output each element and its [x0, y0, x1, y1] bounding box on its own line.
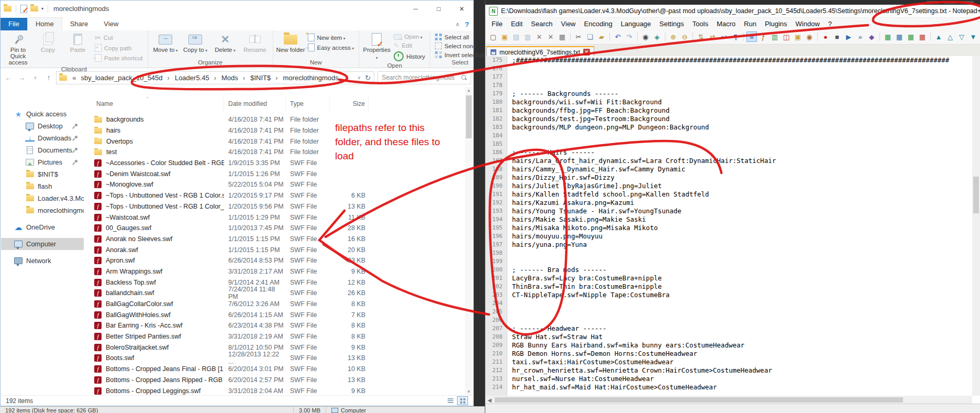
file-list-scrollbar[interactable]: ▲ ▼ [465, 87, 473, 396]
monitoring-icon[interactable]: ◉ [804, 31, 815, 42]
document-tab[interactable]: moreclothingV6_7settings.txt [486, 46, 594, 57]
address-bar[interactable]: « sby_loader_pack_10_545dLoader5.45Mods$… [56, 71, 374, 84]
plugin-grid-2-icon[interactable]: ▦ [894, 31, 905, 42]
nav-prev-icon[interactable]: △ [945, 31, 955, 42]
file-row[interactable]: Better Striped Panties.swf3/31/2018 2:19… [84, 331, 465, 342]
paste-icon[interactable]: ▰ [596, 31, 607, 42]
editor-vertical-scrollbar[interactable] [972, 56, 980, 396]
breadcrumb-segment[interactable]: Loader5.45 [172, 73, 219, 83]
notepad-maximize-button[interactable] [944, 1, 956, 4]
file-row[interactable]: 00_Gauges.swf1/10/2013 7:45 PMSWF File28… [84, 223, 465, 234]
breadcrumb-segment[interactable]: $INIT$ [248, 73, 280, 83]
doc-map-icon[interactable]: ▥ [770, 31, 780, 42]
select-all-button[interactable]: Select all [433, 33, 487, 41]
paste-shortcut-button[interactable]: Paste shortcut [93, 53, 145, 62]
scrollbar-thumb[interactable] [466, 95, 472, 138]
text-editor[interactable]: 175;####################################… [485, 56, 972, 396]
macro-run-multiple-icon[interactable]: » [855, 31, 865, 42]
menu-window[interactable]: Window [792, 20, 824, 28]
file-row[interactable]: Overtops4/16/2018 7:41 PMFile folder [84, 136, 465, 147]
pin-to-quick-access-button[interactable]: Pin to Quick access [3, 32, 33, 66]
editor-horizontal-scrollbar[interactable]: ◀ [485, 396, 972, 404]
macro-stop-icon[interactable]: ■ [832, 31, 842, 42]
notepad-minimize-button[interactable] [927, 1, 939, 4]
macro-record-icon[interactable]: ● [820, 31, 831, 42]
properties-button[interactable]: Properties [362, 32, 392, 61]
sync-horizontal-icon[interactable]: ⇄ [707, 31, 718, 42]
close-button[interactable] [450, 1, 473, 17]
close-file-icon[interactable]: ✕ [534, 31, 544, 42]
menu-macro[interactable]: Macro [712, 20, 740, 28]
file-row[interactable]: hairs4/16/2018 7:41 PMFile folder [84, 125, 465, 136]
help-icon[interactable]: ? [465, 20, 469, 28]
sidebar-item-loader-v4-3-modgu[interactable]: Loader.v4.3.ModGu [1, 192, 84, 204]
file-row[interactable]: ~Tops - Unbuttoned Vest - RGB 1 Color_e.… [84, 201, 465, 212]
cut-icon[interactable]: ✂ [573, 31, 584, 42]
plugin-grid-4-icon[interactable]: ▦ [917, 31, 928, 42]
back-button[interactable]: ← [3, 73, 15, 82]
open-button[interactable]: Open [392, 33, 427, 40]
minimize-button[interactable] [404, 1, 427, 17]
sidebar-item-computer[interactable]: Computer [1, 238, 84, 250]
show-symbols-icon[interactable]: ¶ [730, 31, 741, 42]
invert-selection-button[interactable]: Invert selection [433, 51, 487, 59]
qat-new-folder-icon[interactable] [30, 6, 38, 12]
menu-file[interactable]: File [487, 20, 507, 28]
breadcrumb-segment[interactable]: sby_loader_pack_10_545d [78, 73, 172, 83]
new-folder-button[interactable]: New folder [276, 32, 306, 53]
paste-button[interactable]: Paste [63, 32, 93, 53]
sidebar-item-pictures[interactable]: Pictures [1, 156, 84, 168]
breadcrumb-overflow[interactable]: « [70, 74, 78, 82]
menu-run[interactable]: Run [740, 20, 761, 28]
nav-first-icon[interactable]: ▲ [933, 31, 944, 42]
file-row[interactable]: ~Waistcoat.swf1/1/2015 1:29 PMSWF File11… [84, 212, 465, 223]
menu-view[interactable]: View [557, 20, 580, 28]
copy-icon[interactable]: ❏ [585, 31, 595, 42]
move-to-button[interactable]: Move to [151, 32, 181, 54]
nav-next-icon[interactable]: ▽ [956, 31, 967, 42]
zoom-out-icon[interactable]: ⊖ [680, 31, 690, 42]
menu-edit[interactable]: Edit [507, 20, 527, 28]
plugin-grid-1-icon[interactable]: ▦ [883, 31, 893, 42]
tab-close-icon[interactable] [583, 49, 590, 56]
column-header-date[interactable]: Date modified [224, 97, 286, 111]
sidebar-item-flash[interactable]: flash [1, 180, 84, 192]
ribbon-collapse-icon[interactable]: ∧ [455, 21, 460, 28]
up-button[interactable]: ↑ [43, 73, 55, 82]
file-row[interactable]: ~Denim Waistcoat.swf1/1/2015 1:26 PMSWF … [84, 168, 465, 179]
maximize-button[interactable] [427, 1, 450, 17]
file-row[interactable]: BallGagWithHoles.swf6/26/2014 1:15 AMSWF… [84, 309, 465, 320]
menu-plugins[interactable]: Plugins [761, 20, 792, 28]
find-icon[interactable]: ◉ [640, 31, 651, 42]
select-none-button[interactable]: Select none [433, 42, 487, 50]
sidebar-item-network[interactable]: Network [1, 255, 84, 267]
nav-last-icon[interactable]: ▼ [968, 31, 978, 42]
copy-path-button[interactable]: Copy path [93, 44, 145, 52]
file-row[interactable]: ~Monoglove.swf5/22/2015 5:04 PMSWF File [84, 179, 465, 190]
forward-button[interactable]: → [16, 73, 28, 82]
column-header-size[interactable]: Size [330, 97, 369, 111]
sidebar-item-downloads[interactable]: ↓Downloads [1, 132, 84, 144]
replace-icon[interactable]: ◈ [652, 31, 662, 42]
undo-icon[interactable]: ↶ [612, 31, 623, 42]
menu-language[interactable]: Language [617, 20, 655, 28]
sidebar-item-desktop[interactable]: Desktop [1, 120, 84, 132]
close-all-icon[interactable]: ✕ [545, 31, 556, 42]
macro-play-icon[interactable]: ▶ [843, 31, 854, 42]
tab-share[interactable]: Share [62, 18, 96, 30]
search-box[interactable]: Search moreclothingmods [377, 71, 471, 84]
menu-[interactable]: ? [824, 20, 836, 28]
file-row[interactable]: BallGagCollarColor.swf7/6/2012 3:26 AMSW… [84, 299, 465, 310]
cut-button[interactable]: ✂Cut [93, 33, 145, 42]
column-header-name[interactable]: Name ˆ [84, 97, 224, 111]
recent-locations-icon[interactable]: ∨ [29, 75, 41, 80]
file-row[interactable]: ~Tops - Unbuttoned Vest - RGB 1 Color.s.… [84, 190, 465, 201]
file-row[interactable]: Anorak.swf1/1/2015 1:15 PMSWF File20 KB [84, 244, 465, 255]
menu-search[interactable]: Search [527, 20, 556, 28]
file-row[interactable]: Apron.swf6/26/2014 8:53 PMSWF File33 KB [84, 255, 465, 266]
sidebar-item-onedrive[interactable]: ☁OneDrive [1, 221, 84, 233]
file-row[interactable]: test4/16/2018 7:41 PMFile folder [84, 147, 465, 158]
file-row[interactable]: ballandchain.swf7/24/2014 11:48 PMSWF Fi… [84, 288, 465, 299]
plugin-grid-3-icon[interactable]: ▦ [906, 31, 916, 42]
breadcrumb-segment[interactable]: moreclothingmods [281, 73, 341, 83]
